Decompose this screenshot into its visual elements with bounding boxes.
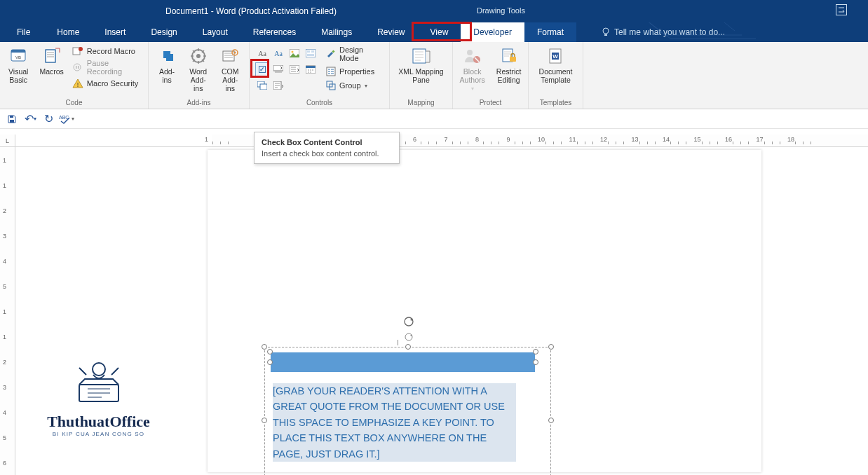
ruler-tick: 17 — [757, 136, 764, 143]
tab-layout[interactable]: Layout — [190, 22, 240, 42]
checkbox-tooltip: Check Box Content Control Insert a check… — [254, 132, 400, 164]
svg-rect-50 — [79, 385, 118, 401]
svg-rect-4 — [11, 50, 25, 53]
tell-me-search[interactable]: Tell me what you want to do... — [602, 22, 868, 42]
svg-rect-12 — [78, 66, 79, 69]
macros-icon — [42, 46, 62, 66]
legacy-tools-button[interactable] — [271, 78, 285, 92]
ruler-tick: 16 — [725, 136, 732, 143]
group-label-controls: Controls — [255, 99, 384, 109]
group-label-code: Code — [6, 99, 142, 109]
ruler-tick: 11 — [569, 136, 576, 143]
chevron-down-icon: ▾ — [365, 83, 367, 89]
ruler-tick: 13 — [632, 136, 639, 143]
svg-rect-29 — [306, 66, 316, 68]
tab-references[interactable]: References — [240, 22, 308, 42]
properties-icon — [326, 67, 336, 76]
ruler-tick: 2 — [3, 359, 6, 366]
save-button[interactable] — [4, 111, 20, 127]
block-authors-button: Block Authors ▾ — [457, 45, 488, 93]
svg-rect-37 — [413, 49, 426, 63]
pause-recording-button: Pause Recording — [72, 59, 142, 76]
vertical-ruler[interactable]: 1123451123456 — [0, 147, 15, 475]
tab-review[interactable]: Review — [365, 22, 417, 42]
record-macro-button[interactable]: Record Macro — [72, 46, 142, 56]
svg-rect-24 — [311, 50, 314, 53]
ruler-tick: 12 — [600, 136, 607, 143]
resize-handle[interactable] — [262, 418, 267, 423]
textbox-shape[interactable]: [GRAB YOUR READER'S ATTENTION WITH A GRE… — [264, 319, 551, 473]
svg-point-10 — [74, 64, 81, 71]
horizontal-ruler[interactable]: 1123456789101112131415161718 — [15, 135, 868, 147]
tooltip-title: Check Box Content Control — [262, 138, 392, 146]
resize-handle[interactable] — [405, 344, 411, 350]
watermark-subtitle: BI KIP CUA JEAN CONG SO — [27, 431, 170, 437]
watermark-text: ThuthuatOffice — [27, 413, 170, 431]
svg-text:W: W — [553, 53, 559, 60]
addins-button[interactable]: Add- ins — [154, 45, 179, 85]
svg-point-16 — [196, 54, 201, 58]
tab-insert[interactable]: Insert — [92, 22, 138, 42]
picture-content-control[interactable] — [287, 46, 301, 60]
macro-security-button[interactable]: ! Macro Security — [72, 78, 142, 88]
window-title: Document1 - Word (Product Activation Fai… — [165, 6, 337, 16]
tab-file[interactable]: File — [3, 22, 44, 42]
ribbon-display-options-icon[interactable] — [836, 4, 847, 15]
svg-rect-6 — [46, 50, 55, 62]
ruler-tick: 1 — [3, 157, 6, 164]
tab-format[interactable]: Format — [524, 22, 576, 42]
svg-rect-11 — [76, 66, 77, 69]
context-tab-label: Drawing Tools — [477, 6, 525, 15]
macros-button[interactable]: Macros — [36, 45, 66, 77]
resize-handle[interactable] — [548, 418, 554, 423]
rich-text-content-control[interactable]: Aa — [255, 46, 269, 60]
xml-mapping-pane-button[interactable]: XML Mapping Pane — [395, 45, 446, 85]
word-addins-button[interactable]: Word Add-ins — [185, 45, 212, 94]
ruler-tick: 7 — [445, 136, 448, 143]
undo-button[interactable]: ↶▾ — [22, 111, 38, 127]
tab-home[interactable]: Home — [44, 22, 92, 42]
resize-handle[interactable] — [262, 344, 267, 350]
com-addins-button[interactable]: COM Add-ins — [217, 45, 244, 94]
resize-handle[interactable] — [267, 359, 273, 365]
com-addins-icon — [220, 46, 240, 66]
tooltip-description: Insert a check box content control. — [262, 149, 392, 158]
document-template-button[interactable]: W Document Template — [536, 45, 576, 85]
word-addins-icon — [189, 46, 208, 66]
pause-recording-icon — [72, 62, 83, 72]
svg-text:VB: VB — [15, 55, 21, 60]
building-block-content-control[interactable] — [304, 46, 318, 60]
textbox-header-bar[interactable] — [271, 352, 535, 372]
tab-design[interactable]: Design — [138, 22, 189, 42]
rotate-handle-inner-icon[interactable] — [404, 332, 412, 340]
svg-rect-25 — [307, 54, 314, 56]
rotate-handle-icon[interactable] — [402, 315, 414, 326]
textbox-content[interactable]: [GRAB YOUR READER'S ATTENTION WITH A GRE… — [273, 383, 516, 462]
svg-point-38 — [467, 50, 473, 55]
design-mode-button[interactable]: Design Mode — [326, 46, 384, 62]
repeating-section-content-control[interactable] — [255, 78, 269, 92]
resize-handle[interactable] — [548, 344, 554, 350]
resize-handle[interactable] — [267, 349, 273, 354]
dropdown-list-content-control[interactable] — [287, 62, 301, 76]
restrict-editing-button[interactable]: Restrict Editing — [494, 45, 524, 85]
visual-basic-button[interactable]: VB Visual Basic — [6, 45, 31, 85]
record-macro-icon — [72, 46, 83, 56]
svg-point-51 — [93, 363, 105, 376]
tab-view[interactable]: View — [418, 22, 461, 42]
spelling-button[interactable]: ABC▾ — [59, 111, 74, 127]
plain-text-content-control[interactable]: Aa — [271, 46, 285, 60]
xml-mapping-icon — [412, 46, 431, 66]
tab-developer[interactable]: Developer — [461, 22, 524, 42]
resize-handle[interactable] — [533, 359, 538, 365]
ruler-tick: 5 — [3, 434, 6, 441]
date-picker-content-control[interactable] — [304, 62, 318, 76]
svg-point-19 — [234, 52, 236, 54]
resize-handle[interactable] — [533, 349, 538, 354]
group-button[interactable]: Group ▾ — [326, 81, 384, 90]
checkbox-content-control[interactable]: ✓ — [255, 62, 269, 76]
tab-mailings[interactable]: Mailings — [308, 22, 365, 42]
properties-button[interactable]: Properties — [326, 67, 384, 76]
combobox-content-control[interactable] — [271, 62, 285, 76]
redo-button[interactable]: ↻ — [41, 111, 56, 127]
